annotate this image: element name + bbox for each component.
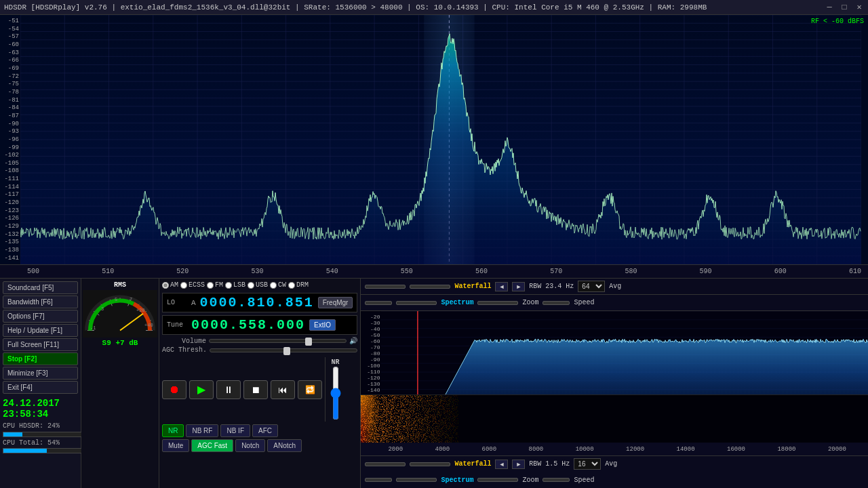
nr-button[interactable]: NR: [162, 424, 184, 437]
mode-fm[interactable]: FM: [207, 281, 223, 289]
tune-display: Tune 0000.558.000 ExtIO: [162, 315, 357, 335]
wf-bot-right-btn[interactable]: ►: [512, 460, 525, 469]
agc-fast-button[interactable]: AGC Fast: [191, 439, 233, 452]
play-button[interactable]: ▶: [189, 380, 214, 399]
nr-label: NR: [331, 359, 339, 366]
soundcard-button[interactable]: Soundcard [F5]: [3, 281, 78, 294]
notch-button[interactable]: Notch: [235, 439, 265, 452]
wf-bot-slider2[interactable]: [410, 462, 450, 466]
minimize-app-button[interactable]: Minimize [F3]: [3, 367, 78, 380]
nb-if-button[interactable]: NB IF: [220, 424, 250, 437]
spec-top-controls: Spectrum Zoom Speed: [361, 295, 868, 311]
mute-button[interactable]: Mute: [162, 439, 189, 452]
spec-zoom-label: Zoom: [522, 299, 538, 306]
record-button[interactable]: ⏺: [162, 380, 186, 399]
spec-top-slider2[interactable]: [396, 301, 437, 305]
wf-bottom-controls1: Waterfall ◄ ► RBW 1.5 Hz 16 32 64 Avg: [361, 455, 868, 472]
dsp-row-1: NR NB RF NB IF AFC: [162, 424, 357, 437]
title-text: HDSDR [HDSDRplay] v2.76 | extio_elad_fdm…: [4, 3, 707, 12]
wf-top-controls: Waterfall ◄ ► RBW 23.4 Hz 64 32 128 Avg: [361, 279, 868, 295]
mode-am[interactable]: AM: [162, 281, 178, 289]
close-button[interactable]: ✕: [854, 3, 864, 12]
smeter-label: RMS: [114, 281, 126, 289]
wf-rbw-select[interactable]: 64 32 128: [578, 281, 605, 292]
title-bar: HDSDR [HDSDRplay] v2.76 | extio_elad_fdm…: [0, 0, 868, 15]
agc-slider[interactable]: [210, 348, 357, 352]
restore-button[interactable]: □: [840, 3, 849, 12]
spec-top-label: Spectrum: [441, 299, 473, 306]
spec-bot-label: Spectrum: [441, 476, 473, 484]
fullscreen-button[interactable]: Full Screen [F11]: [3, 338, 78, 351]
spec-bot-slider2[interactable]: [396, 478, 437, 482]
wf-left-btn[interactable]: ◄: [495, 282, 508, 291]
spec-zoom-slider[interactable]: [477, 301, 518, 305]
cpu-hdsdr-bar: [3, 432, 84, 437]
wf-rbw-value: 23.4 Hz: [545, 283, 574, 290]
wf-top-label: Waterfall: [454, 283, 491, 290]
wf-bot-rbw-select[interactable]: 16 32 64: [574, 458, 601, 470]
wf-right-btn[interactable]: ►: [512, 282, 525, 291]
freqmgr-button[interactable]: FreqMgr: [318, 297, 353, 308]
spec-top-slider1[interactable]: [365, 301, 392, 305]
tune-freq[interactable]: 0000.558.000: [191, 317, 305, 333]
wf-bot-slider1[interactable]: [365, 462, 406, 466]
spec-bot-zoom-label: Zoom: [522, 476, 538, 484]
mode-cw[interactable]: CW: [270, 281, 286, 289]
rewind-button[interactable]: ⏮: [271, 380, 295, 399]
help-update-button[interactable]: Help / Update [F1]: [3, 324, 78, 337]
nr-slider[interactable]: [330, 366, 341, 420]
wf-bot-avg-label: Avg: [605, 460, 617, 468]
lo-freq[interactable]: 0000.810.851: [200, 295, 314, 310]
options-button[interactable]: Options [F7]: [3, 310, 78, 323]
spectrum-canvas[interactable]: RF < -60 dBFS: [20, 15, 868, 264]
mode-ecss[interactable]: ECSS: [180, 281, 205, 289]
spec-bot-zoom-slider[interactable]: [477, 478, 518, 482]
cpu-total-bar: [3, 448, 84, 453]
main-spectrum: -51 -54 -57 -60 -63 -66 -69 -72 -75 -78 …: [0, 15, 868, 264]
mode-lsb[interactable]: LSB: [225, 281, 245, 289]
stop-button[interactable]: Stop [F2]: [3, 352, 78, 365]
smeter-area: RMS S9 +7 dB: [81, 279, 159, 488]
spec-zoom-slider2[interactable]: [542, 301, 570, 305]
sub-spectrum-display[interactable]: AF -7 dBFS -20 -30 -40 -50 -60 -70 -80 -…: [361, 311, 868, 394]
wf-bot-left-btn[interactable]: ◄: [495, 460, 508, 469]
wf-bottom-controls2: Spectrum Zoom Speed: [361, 472, 868, 488]
sub-waterfall-display[interactable]: [361, 394, 868, 442]
spec-bot-zoom-slider2[interactable]: [542, 478, 570, 482]
tune-label: Tune: [167, 321, 187, 329]
wf-bot-label: Waterfall: [454, 460, 491, 468]
wf-top-slider2[interactable]: [410, 285, 450, 289]
wf-top-slider1[interactable]: [365, 285, 406, 289]
datetime-display: 24.12.2017 23:58:34: [3, 398, 78, 420]
mode-usb[interactable]: USB: [248, 281, 268, 289]
agc-label: AGC Thresh.: [162, 346, 207, 354]
rf-indicator: RF < -60 dBFS: [811, 18, 864, 25]
agc-row: AGC Thresh.: [162, 346, 357, 354]
dsp-row-2: Mute AGC Fast Notch ANotch: [162, 439, 357, 452]
volume-slider[interactable]: [209, 339, 347, 343]
nb-rf-button[interactable]: NB RF: [186, 424, 218, 437]
transport-row: ⏺ ▶ ⏸ ⏹ ⏮ 🔁 NR: [162, 357, 357, 422]
wf-avg-label: Avg: [609, 283, 621, 290]
spec-bot-slider1[interactable]: [365, 478, 392, 482]
exit-button[interactable]: Exit [F4]: [3, 381, 78, 394]
volume-label: Volume: [162, 338, 206, 345]
bandwidth-button[interactable]: Bandwidth [F6]: [3, 296, 78, 308]
mode-drm[interactable]: DRM: [288, 281, 309, 289]
lo-display: LO A 0000.810.851 FreqMgr: [162, 293, 357, 312]
anotch-button[interactable]: ANotch: [267, 439, 302, 452]
smeter-value: S9 +7 dB: [102, 339, 138, 347]
extio-button[interactable]: ExtIO: [309, 319, 336, 331]
middle-panel: AM ECSS FM LSB USB CW DRM LO: [159, 279, 361, 488]
wf-bot-rbw-label: RBW: [529, 460, 541, 468]
cpu-hdsdr-label: CPU HDSDR: 24%: [3, 422, 78, 430]
mode-row: AM ECSS FM LSB USB CW DRM: [162, 281, 357, 289]
cpu-total-label: CPU Total: 54%: [3, 439, 78, 447]
stop-transport-button[interactable]: ⏹: [243, 380, 268, 399]
lo-label: LO: [167, 299, 187, 306]
pause-button[interactable]: ⏸: [216, 380, 241, 399]
minimize-button[interactable]: ─: [825, 3, 834, 12]
afc-button[interactable]: AFC: [252, 424, 278, 437]
smeter-gauge: [83, 290, 157, 338]
loop-button[interactable]: 🔁: [298, 380, 322, 399]
